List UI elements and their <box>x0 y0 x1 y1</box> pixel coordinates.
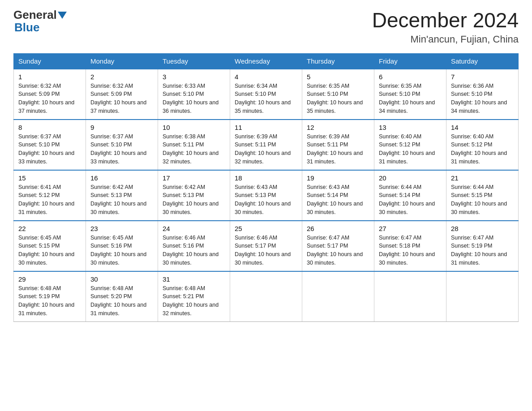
day-info: Sunrise: 6:35 AMSunset: 5:10 PMDaylight:… <box>307 83 363 114</box>
day-info: Sunrise: 6:40 AMSunset: 5:12 PMDaylight:… <box>451 133 507 165</box>
day-number: 29 <box>18 275 81 283</box>
calendar-cell <box>302 271 374 322</box>
day-info: Sunrise: 6:47 AMSunset: 5:18 PMDaylight:… <box>379 235 435 266</box>
day-of-week-header: Tuesday <box>158 53 230 69</box>
day-info: Sunrise: 6:48 AMSunset: 5:19 PMDaylight:… <box>18 285 74 317</box>
page-header: General Blue December 2024 Min'ancun, Fu… <box>13 9 519 45</box>
day-number: 15 <box>18 174 81 182</box>
day-info: Sunrise: 6:42 AMSunset: 5:13 PMDaylight:… <box>163 184 219 215</box>
day-number: 16 <box>90 174 153 182</box>
day-info: Sunrise: 6:33 AMSunset: 5:10 PMDaylight:… <box>163 83 219 114</box>
calendar-cell: 18 Sunrise: 6:43 AMSunset: 5:13 PMDaylig… <box>230 170 302 221</box>
day-number: 12 <box>307 124 369 131</box>
day-info: Sunrise: 6:39 AMSunset: 5:11 PMDaylight:… <box>235 133 291 165</box>
logo-general-text: General <box>13 9 57 21</box>
day-of-week-header: Wednesday <box>230 53 302 69</box>
day-number: 22 <box>18 225 81 232</box>
month-title: December 2024 <box>372 9 519 32</box>
day-info: Sunrise: 6:36 AMSunset: 5:10 PMDaylight:… <box>451 83 507 114</box>
day-number: 27 <box>379 225 442 232</box>
day-number: 1 <box>18 73 81 81</box>
week-row: 29 Sunrise: 6:48 AMSunset: 5:19 PMDaylig… <box>14 271 519 322</box>
day-info: Sunrise: 6:32 AMSunset: 5:09 PMDaylight:… <box>18 83 74 114</box>
calendar-cell: 20 Sunrise: 6:44 AMSunset: 5:14 PMDaylig… <box>374 170 446 221</box>
day-info: Sunrise: 6:45 AMSunset: 5:15 PMDaylight:… <box>18 235 74 266</box>
day-number: 7 <box>451 73 514 81</box>
day-number: 25 <box>235 225 297 232</box>
week-row: 15 Sunrise: 6:41 AMSunset: 5:12 PMDaylig… <box>14 170 519 221</box>
day-info: Sunrise: 6:42 AMSunset: 5:13 PMDaylight:… <box>90 184 146 215</box>
day-info: Sunrise: 6:41 AMSunset: 5:12 PMDaylight:… <box>18 184 74 215</box>
day-of-week-header: Saturday <box>446 53 519 69</box>
day-info: Sunrise: 6:43 AMSunset: 5:14 PMDaylight:… <box>307 184 363 215</box>
day-info: Sunrise: 6:37 AMSunset: 5:10 PMDaylight:… <box>18 133 74 165</box>
day-number: 13 <box>379 124 442 131</box>
day-number: 24 <box>163 225 225 232</box>
day-number: 23 <box>90 225 153 232</box>
day-number: 5 <box>307 73 369 81</box>
day-info: Sunrise: 6:44 AMSunset: 5:14 PMDaylight:… <box>379 184 435 215</box>
day-number: 26 <box>307 225 369 232</box>
day-number: 28 <box>451 225 514 232</box>
day-number: 30 <box>90 275 153 283</box>
day-number: 11 <box>235 124 297 131</box>
calendar-cell: 14 Sunrise: 6:40 AMSunset: 5:12 PMDaylig… <box>446 120 519 170</box>
day-info: Sunrise: 6:34 AMSunset: 5:10 PMDaylight:… <box>235 83 291 114</box>
calendar-cell: 4 Sunrise: 6:34 AMSunset: 5:10 PMDayligh… <box>230 69 302 120</box>
logo-triangle-icon <box>58 12 67 19</box>
calendar-cell: 5 Sunrise: 6:35 AMSunset: 5:10 PMDayligh… <box>302 69 374 120</box>
day-number: 17 <box>163 174 225 182</box>
calendar-cell: 26 Sunrise: 6:47 AMSunset: 5:17 PMDaylig… <box>302 221 374 271</box>
day-of-week-header: Monday <box>86 53 158 69</box>
day-number: 4 <box>235 73 297 81</box>
week-row: 1 Sunrise: 6:32 AMSunset: 5:09 PMDayligh… <box>14 69 519 120</box>
calendar-cell <box>374 271 446 322</box>
day-info: Sunrise: 6:45 AMSunset: 5:16 PMDaylight:… <box>90 235 146 266</box>
day-info: Sunrise: 6:46 AMSunset: 5:17 PMDaylight:… <box>235 235 291 266</box>
calendar-cell: 30 Sunrise: 6:48 AMSunset: 5:20 PMDaylig… <box>86 271 158 322</box>
day-info: Sunrise: 6:39 AMSunset: 5:11 PMDaylight:… <box>307 133 363 165</box>
calendar-cell: 2 Sunrise: 6:32 AMSunset: 5:09 PMDayligh… <box>86 69 158 120</box>
calendar-cell: 31 Sunrise: 6:48 AMSunset: 5:21 PMDaylig… <box>158 271 230 322</box>
days-of-week-row: SundayMondayTuesdayWednesdayThursdayFrid… <box>14 53 519 69</box>
day-number: 10 <box>163 124 225 131</box>
week-row: 22 Sunrise: 6:45 AMSunset: 5:15 PMDaylig… <box>14 221 519 271</box>
calendar-cell: 10 Sunrise: 6:38 AMSunset: 5:11 PMDaylig… <box>158 120 230 170</box>
location-title: Min'ancun, Fujian, China <box>372 34 519 45</box>
day-info: Sunrise: 6:46 AMSunset: 5:16 PMDaylight:… <box>163 235 219 266</box>
calendar-cell: 7 Sunrise: 6:36 AMSunset: 5:10 PMDayligh… <box>446 69 519 120</box>
day-info: Sunrise: 6:38 AMSunset: 5:11 PMDaylight:… <box>163 133 219 165</box>
logo: General Blue <box>13 9 67 34</box>
day-number: 9 <box>90 124 153 131</box>
calendar-table: SundayMondayTuesdayWednesdayThursdayFrid… <box>13 53 519 322</box>
day-info: Sunrise: 6:48 AMSunset: 5:20 PMDaylight:… <box>90 285 146 317</box>
day-number: 2 <box>90 73 153 81</box>
calendar-cell: 21 Sunrise: 6:44 AMSunset: 5:15 PMDaylig… <box>446 170 519 221</box>
day-info: Sunrise: 6:40 AMSunset: 5:12 PMDaylight:… <box>379 133 435 165</box>
calendar-cell: 15 Sunrise: 6:41 AMSunset: 5:12 PMDaylig… <box>14 170 86 221</box>
calendar-cell: 16 Sunrise: 6:42 AMSunset: 5:13 PMDaylig… <box>86 170 158 221</box>
day-info: Sunrise: 6:37 AMSunset: 5:10 PMDaylight:… <box>90 133 146 165</box>
calendar-cell: 28 Sunrise: 6:47 AMSunset: 5:19 PMDaylig… <box>446 221 519 271</box>
calendar-cell: 9 Sunrise: 6:37 AMSunset: 5:10 PMDayligh… <box>86 120 158 170</box>
logo-blue-text: Blue <box>14 21 39 34</box>
day-number: 19 <box>307 174 369 182</box>
calendar-cell: 3 Sunrise: 6:33 AMSunset: 5:10 PMDayligh… <box>158 69 230 120</box>
day-number: 14 <box>451 124 514 131</box>
day-info: Sunrise: 6:47 AMSunset: 5:19 PMDaylight:… <box>451 235 507 266</box>
calendar-cell <box>446 271 519 322</box>
calendar-cell: 29 Sunrise: 6:48 AMSunset: 5:19 PMDaylig… <box>14 271 86 322</box>
day-number: 6 <box>379 73 442 81</box>
calendar-cell: 1 Sunrise: 6:32 AMSunset: 5:09 PMDayligh… <box>14 69 86 120</box>
day-info: Sunrise: 6:32 AMSunset: 5:09 PMDaylight:… <box>90 83 146 114</box>
day-of-week-header: Thursday <box>302 53 374 69</box>
calendar-cell: 17 Sunrise: 6:42 AMSunset: 5:13 PMDaylig… <box>158 170 230 221</box>
title-block: December 2024 Min'ancun, Fujian, China <box>372 9 519 45</box>
calendar-cell <box>230 271 302 322</box>
day-number: 21 <box>451 174 514 182</box>
calendar-cell: 12 Sunrise: 6:39 AMSunset: 5:11 PMDaylig… <box>302 120 374 170</box>
day-info: Sunrise: 6:47 AMSunset: 5:17 PMDaylight:… <box>307 235 363 266</box>
calendar-cell: 19 Sunrise: 6:43 AMSunset: 5:14 PMDaylig… <box>302 170 374 221</box>
day-number: 18 <box>235 174 297 182</box>
calendar-cell: 25 Sunrise: 6:46 AMSunset: 5:17 PMDaylig… <box>230 221 302 271</box>
